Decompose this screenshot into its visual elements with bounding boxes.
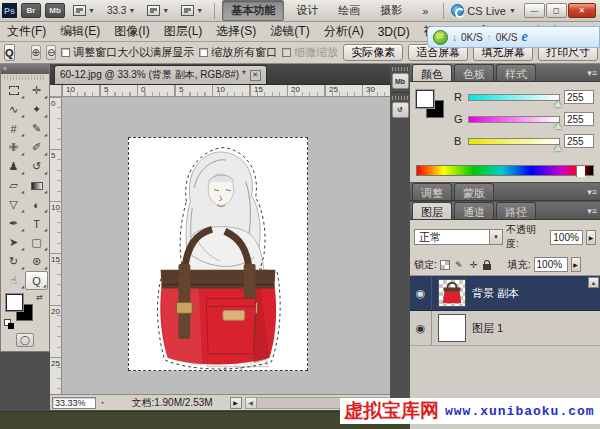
tab-swatches[interactable]: 色板 bbox=[454, 64, 494, 81]
menu-edit[interactable]: 编辑(E) bbox=[53, 21, 107, 42]
visibility-eye-icon[interactable]: ◉ bbox=[410, 311, 432, 345]
eyedropper-tool[interactable]: ✎ bbox=[25, 119, 48, 138]
panel-grip[interactable] bbox=[392, 96, 408, 100]
green-slider[interactable] bbox=[468, 116, 560, 123]
tab-color[interactable]: 颜色 bbox=[412, 64, 452, 81]
lock-transparency-icon[interactable] bbox=[440, 260, 450, 270]
panel-grip[interactable] bbox=[392, 67, 408, 71]
blue-value-field[interactable]: 255 bbox=[564, 134, 594, 148]
clone-stamp-tool[interactable]: ♟ bbox=[2, 157, 25, 176]
panel-menu-icon[interactable]: ▾≡ bbox=[587, 206, 597, 216]
slider-thumb[interactable] bbox=[554, 101, 562, 107]
quick-mask-button[interactable]: ◯ bbox=[16, 333, 34, 347]
minimize-button[interactable]: — bbox=[524, 3, 545, 18]
blur-tool[interactable]: ▽ bbox=[2, 195, 25, 214]
tools-panel-grip[interactable] bbox=[4, 75, 46, 80]
blend-mode-select[interactable]: 正常▼ bbox=[414, 229, 503, 245]
menu-image[interactable]: 图像(I) bbox=[107, 21, 156, 42]
panel-menu-icon[interactable]: ▾≡ bbox=[587, 68, 597, 78]
foreground-color-swatch[interactable] bbox=[6, 294, 23, 311]
hand-tool[interactable]: ☝ bbox=[2, 271, 25, 290]
menu-select[interactable]: 选择(S) bbox=[209, 21, 263, 42]
swap-colors-icon[interactable]: ⇄ bbox=[36, 293, 43, 302]
current-tool-icon[interactable]: Q▼ bbox=[4, 44, 15, 61]
slider-thumb[interactable] bbox=[554, 145, 562, 151]
resize-windows-checkbox[interactable]: 调整窗口大小以满屏显示 bbox=[61, 45, 194, 60]
layer-row-background-copy[interactable]: ◉ 背景 副本 ▲ bbox=[410, 276, 600, 311]
gradient-tool[interactable] bbox=[25, 176, 48, 195]
actual-pixels-button[interactable]: 实际像素 bbox=[343, 44, 403, 61]
zoom-level-dropdown[interactable]: 33.3▼ bbox=[103, 3, 139, 19]
fill-spinner[interactable]: ▶ bbox=[571, 257, 581, 272]
rectangular-marquee-tool[interactable] bbox=[2, 81, 25, 100]
scroll-left-icon[interactable]: ◀ bbox=[246, 398, 257, 408]
document-tab[interactable]: 60-12.jpg @ 33.3% (背景 副本, RGB/8#) * ✕ bbox=[54, 65, 267, 84]
arrange-documents-dropdown[interactable]: ▼ bbox=[143, 3, 173, 19]
layer-name[interactable]: 背景 副本 bbox=[472, 286, 519, 301]
lock-move-icon[interactable]: ✛ bbox=[468, 260, 480, 270]
default-colors-icon[interactable] bbox=[4, 319, 11, 326]
layer-row-layer-1[interactable]: ◉ 图层 1 bbox=[410, 311, 600, 346]
canvas-viewport[interactable] bbox=[62, 97, 390, 394]
layer-name[interactable]: 图层 1 bbox=[472, 321, 503, 336]
layer-thumbnail[interactable] bbox=[438, 279, 466, 307]
type-tool[interactable]: T bbox=[25, 214, 48, 233]
dodge-burn-tool[interactable]: ◐ bbox=[25, 195, 48, 214]
workspace-more-button[interactable]: » bbox=[414, 3, 436, 19]
zoom-tool[interactable]: Q bbox=[25, 271, 48, 290]
lock-paint-icon[interactable]: ✎ bbox=[453, 260, 465, 270]
layer-thumbnail[interactable] bbox=[438, 314, 466, 342]
canvas-page[interactable] bbox=[128, 137, 308, 371]
blue-slider[interactable] bbox=[468, 138, 560, 145]
scroll-up-icon[interactable]: ▲ bbox=[588, 277, 599, 288]
foreground-color-swatch[interactable] bbox=[416, 90, 434, 108]
workspace-painting[interactable]: 绘画 bbox=[330, 1, 368, 20]
lasso-tool[interactable]: ∿ bbox=[2, 100, 25, 119]
tab-channels[interactable]: 通道 bbox=[454, 202, 494, 219]
crop-tool[interactable]: # bbox=[2, 119, 25, 138]
menu-3d[interactable]: 3D(D) bbox=[371, 23, 417, 41]
red-value-field[interactable]: 255 bbox=[564, 90, 594, 104]
red-slider[interactable] bbox=[468, 94, 560, 101]
visibility-eye-icon[interactable]: ◉ bbox=[410, 276, 432, 310]
workspace-photography[interactable]: 摄影 bbox=[372, 1, 410, 20]
brush-tool[interactable]: ✐ bbox=[25, 138, 48, 157]
healing-brush-tool[interactable]: ✙ bbox=[2, 138, 25, 157]
shape-tool[interactable]: ▢ bbox=[25, 233, 48, 252]
history-panel-button[interactable]: ↺ bbox=[392, 102, 409, 118]
fill-field[interactable]: 100% bbox=[534, 257, 568, 272]
tab-layers[interactable]: 图层 bbox=[412, 202, 452, 219]
chevron-down-icon[interactable]: ▼ bbox=[489, 230, 502, 244]
status-flyout-button[interactable]: ▶ bbox=[230, 397, 242, 409]
document-close-icon[interactable]: ✕ bbox=[250, 70, 261, 81]
menu-analysis[interactable]: 分析(A) bbox=[317, 21, 371, 42]
tools-panel-collapse[interactable]: « bbox=[1, 65, 49, 74]
minibridge-panel-button[interactable]: Mb bbox=[392, 73, 409, 89]
tab-adjustments[interactable]: 调整 bbox=[412, 183, 452, 200]
rotate-view-tool[interactable]: ↻ bbox=[2, 252, 25, 271]
magic-wand-tool[interactable]: ✦ bbox=[25, 100, 48, 119]
move-tool[interactable]: ✛ bbox=[25, 81, 48, 100]
view-extras-dropdown[interactable]: ▼ bbox=[69, 3, 99, 19]
status-zoom-field[interactable]: 33.33% bbox=[52, 397, 96, 409]
opacity-spinner[interactable]: ▶ bbox=[586, 230, 596, 245]
network-speed-widget[interactable]: ↓ 0K/S ↑ 0K/S e bbox=[427, 26, 600, 48]
tab-masks[interactable]: 蒙版 bbox=[454, 183, 494, 200]
green-value-field[interactable]: 255 bbox=[564, 112, 594, 126]
pen-tool[interactable]: ✒ bbox=[2, 214, 25, 233]
tab-styles[interactable]: 样式 bbox=[496, 64, 536, 81]
menu-filter[interactable]: 滤镜(T) bbox=[263, 21, 316, 42]
zoom-in-button[interactable]: ⊕ bbox=[31, 45, 41, 60]
zoom-out-button[interactable]: ⊖ bbox=[46, 45, 56, 60]
path-selection-tool[interactable]: ➤ bbox=[2, 233, 25, 252]
cs-live-dropdown[interactable]: CS Live▼ bbox=[451, 4, 515, 17]
menu-layer[interactable]: 图层(L) bbox=[157, 21, 210, 42]
workspace-essentials[interactable]: 基本功能 bbox=[222, 0, 284, 21]
opacity-field[interactable]: 100% bbox=[550, 230, 583, 245]
history-brush-tool[interactable]: ↺ bbox=[25, 157, 48, 176]
3d-rotate-tool[interactable]: ⊛ bbox=[25, 252, 48, 271]
tab-paths[interactable]: 路径 bbox=[496, 202, 536, 219]
screen-mode-dropdown[interactable]: ▼ bbox=[177, 3, 207, 19]
panel-menu-icon[interactable]: ▾≡ bbox=[587, 187, 597, 197]
launch-minibridge-button[interactable]: Mb bbox=[45, 3, 65, 18]
